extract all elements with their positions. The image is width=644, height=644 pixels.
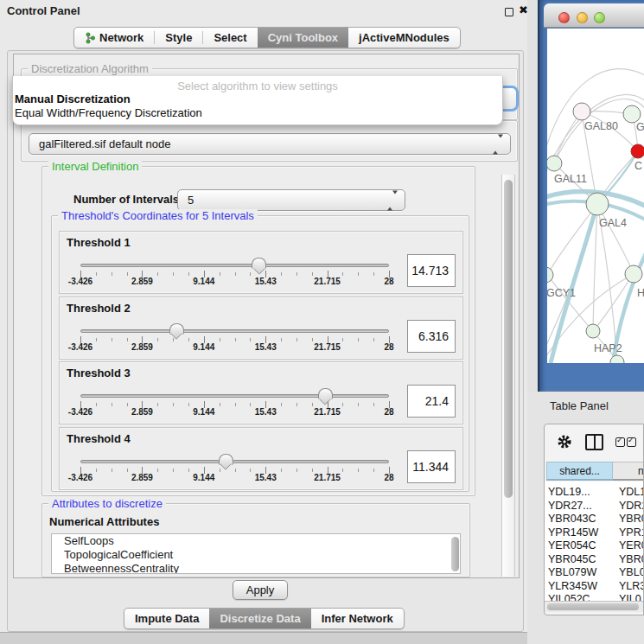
- tab-jactivemnodules[interactable]: jActiveMNodules: [348, 28, 460, 48]
- tab-impute-data[interactable]: Impute Data: [124, 609, 209, 628]
- threshold-2-slider-track[interactable]: [80, 329, 389, 333]
- threshold-4-slider-thumb[interactable]: [219, 454, 233, 465]
- table-horizontal-scrollbar[interactable]: [545, 601, 644, 612]
- table-row[interactable]: YER054CYER0: [545, 539, 644, 553]
- column-layout-icon[interactable]: [585, 434, 603, 450]
- node-label: GAL80: [584, 120, 618, 132]
- table-row[interactable]: YPR145WYPR1: [545, 526, 644, 540]
- checkbox-icon[interactable]: [627, 437, 636, 447]
- checkbox-icon[interactable]: [615, 437, 625, 447]
- slider-tick-labels: -3.4262.8599.14415.4321.71528: [60, 407, 462, 418]
- close-traffic-light-icon[interactable]: [558, 12, 570, 23]
- cyni-panel: Discretization Algorithm Select algorith…: [7, 50, 524, 632]
- list-item[interactable]: TopologicalCoefficient: [52, 548, 460, 562]
- settings-gear-icon[interactable]: [557, 434, 572, 453]
- tab-network[interactable]: Network: [74, 28, 154, 48]
- float-window-icon[interactable]: [505, 8, 513, 16]
- threshold-1-panel: Threshold 1 -3.4262.8599.14415.4321.7152…: [59, 231, 463, 294]
- screen: Control Panel ✖ Network Style Select Cyn…: [0, 0, 644, 644]
- node-selected-red[interactable]: [631, 144, 644, 158]
- list-item[interactable]: BetweennessCentrality: [52, 562, 460, 574]
- tab-style[interactable]: Style: [155, 28, 202, 48]
- node-label: GA: [636, 121, 644, 133]
- thresholds-box: Threshold's Coordinates for 5 Intervals …: [51, 215, 469, 492]
- threshold-3-slider-thumb[interactable]: [318, 388, 333, 399]
- table-row[interactable]: YDL19...YDL1: [545, 486, 644, 500]
- numerical-attributes-label: Numerical Attributes: [49, 515, 159, 528]
- table-row[interactable]: YBR045CYBR0: [545, 553, 644, 567]
- threshold-4-slider-track[interactable]: [80, 460, 389, 463]
- algorithm-option-equal-width[interactable]: Equal Width/Frequency Discretization: [15, 106, 202, 119]
- threshold-4-label: Threshold 4: [67, 432, 131, 445]
- threshold-4-value-field[interactable]: 11.344: [407, 450, 456, 483]
- number-of-intervals-label: Number of Intervals: [73, 193, 179, 206]
- slider-tick-labels: -3.4262.8599.14415.4321.71528: [60, 277, 462, 287]
- threshold-3-slider-track[interactable]: [80, 394, 389, 398]
- node-gal11[interactable]: [547, 156, 562, 171]
- algorithm-hint-text: Select algorithm to view settings: [13, 80, 502, 92]
- interval-definition-box: Interval Definition Number of Intervals …: [41, 166, 475, 496]
- network-icon: [85, 32, 95, 44]
- scrollbar-thumb[interactable]: [547, 603, 639, 610]
- control-panel-titlebar: Control Panel ✖: [0, 0, 527, 22]
- column-header-name[interactable]: na: [613, 462, 644, 481]
- node[interactable]: [623, 105, 641, 123]
- combo-spinner-icon: [387, 194, 398, 207]
- network-canvas[interactable]: GAL80 GA GAL11 C GAL4 GCY1 H HAP2: [547, 29, 644, 363]
- tab-discretize-data[interactable]: Discretize Data: [209, 609, 310, 628]
- tab-select[interactable]: Select: [203, 28, 257, 48]
- attributes-title: Attributes to discretize: [48, 497, 166, 510]
- threshold-1-value-field[interactable]: 14.713: [407, 254, 456, 287]
- threshold-2-label: Threshold 2: [67, 302, 131, 315]
- threshold-3-value-field[interactable]: 21.4: [407, 385, 456, 418]
- control-panel-title: Control Panel: [7, 4, 80, 17]
- node-label: GCY1: [547, 287, 576, 299]
- discretize-form-panel: Discretization Algorithm Select algorith…: [13, 54, 520, 578]
- node[interactable]: [625, 265, 642, 283]
- table-rows: YDL19...YDL1 YDR27...YDR2 YBR043CYBR0 YP…: [545, 481, 644, 603]
- list-scrollbar[interactable]: [451, 536, 459, 573]
- slider-tick-labels: -3.4262.8599.14415.4321.71528: [60, 342, 462, 353]
- threshold-1-slider-thumb[interactable]: [252, 258, 266, 269]
- node-hap2[interactable]: [586, 324, 600, 338]
- threshold-2-slider-thumb[interactable]: [169, 323, 184, 335]
- node-gal4[interactable]: [586, 193, 609, 215]
- tab-network-label: Network: [99, 31, 143, 44]
- numerical-attributes-list[interactable]: SelfLoops TopologicalCoefficient Between…: [51, 533, 461, 574]
- node-gal80[interactable]: [573, 103, 590, 120]
- node-gcy1[interactable]: [547, 267, 553, 283]
- algorithm-option-manual[interactable]: Manual Discretization: [15, 92, 131, 105]
- column-header-shared[interactable]: shared...: [546, 462, 613, 481]
- right-region: GAL80 GA GAL11 C GAL4 GCY1 H HAP2 Table …: [527, 0, 644, 644]
- network-view-window: GAL80 GA GAL11 C GAL4 GCY1 H HAP2: [538, 0, 644, 392]
- threshold-1-slider-track[interactable]: [80, 264, 389, 267]
- apply-button[interactable]: Apply: [233, 580, 288, 600]
- table-row[interactable]: YDR27...YDR2: [545, 500, 644, 513]
- table-data-box: Table Data galFiltered.sif default node: [21, 120, 518, 162]
- table-data-combobox[interactable]: galFiltered.sif default node: [29, 133, 511, 155]
- panel-vertical-scrollbar[interactable]: [501, 175, 515, 577]
- threshold-1-label: Threshold 1: [67, 236, 131, 249]
- table-row[interactable]: YLR345WYLR3: [545, 580, 644, 594]
- zoom-traffic-light-icon[interactable]: [594, 12, 605, 23]
- table-data-value: galFiltered.sif default node: [29, 137, 170, 150]
- top-tab-bar: Network Style Select Cyni Toolbox jActiv…: [73, 27, 461, 48]
- interval-definition-title: Interval Definition: [48, 160, 142, 173]
- control-panel-window: Control Panel ✖ Network Style Select Cyn…: [0, 0, 527, 633]
- thresholds-title: Threshold's Coordinates for 5 Intervals: [58, 209, 258, 222]
- number-of-intervals-combobox[interactable]: 5: [177, 189, 405, 211]
- table-panel-title: Table Panel: [550, 399, 609, 412]
- table-panel: Table Panel shared... na YDL19...YDL1 Y: [527, 392, 644, 644]
- table-row[interactable]: YBL079WYBL0: [545, 566, 644, 580]
- node-label: C: [634, 160, 642, 172]
- table-row[interactable]: YBR043CYBR0: [545, 513, 644, 526]
- list-item[interactable]: SelfLoops: [52, 534, 460, 548]
- tab-infer-network[interactable]: Infer Network: [311, 609, 404, 628]
- discretization-algorithm-title: Discretization Algorithm: [28, 62, 152, 75]
- algorithm-dropdown-popup: Select algorithm to view settings Manual…: [12, 76, 503, 125]
- scrollbar-thumb[interactable]: [504, 180, 513, 498]
- bottom-tab-bar: Impute Data Discretize Data Infer Networ…: [124, 608, 405, 629]
- tab-cyni-toolbox[interactable]: Cyni Toolbox: [258, 28, 348, 48]
- threshold-2-value-field[interactable]: 6.316: [407, 320, 456, 353]
- minimize-traffic-light-icon[interactable]: [577, 12, 588, 23]
